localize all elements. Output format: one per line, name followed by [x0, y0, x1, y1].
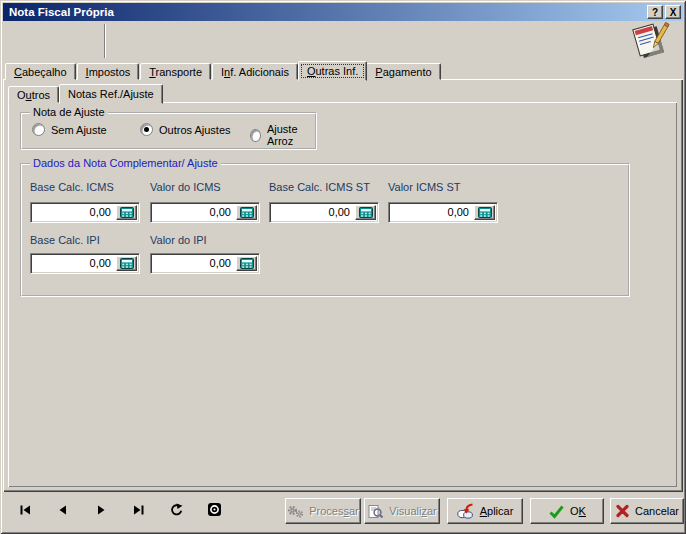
radio-ajuste-arroz[interactable]: Ajuste Arroz	[250, 123, 315, 147]
header-toolbar	[3, 21, 683, 61]
processar-button[interactable]: Processar	[285, 498, 361, 524]
tab-transporte[interactable]: Transporte	[140, 63, 211, 80]
calculator-button[interactable]	[474, 205, 495, 220]
radio-icon	[32, 123, 45, 136]
tab-outras-inf[interactable]: Outras Inf.	[298, 61, 367, 81]
base-calc-icms-input[interactable]: 0,00	[30, 202, 140, 223]
ok-button[interactable]: OK	[530, 498, 604, 524]
bottom-bar: Processar Visualizar Aplicar OK Cancelar	[3, 492, 683, 531]
nota-de-ajuste-groupbox: Nota de Ajuste Sem Ajuste Outros Ajustes…	[20, 112, 317, 150]
tab-cabecalho[interactable]: Cabeçalho	[5, 63, 76, 80]
calculator-button[interactable]	[236, 205, 257, 220]
cross-icon	[615, 504, 630, 518]
radio-sem-ajuste[interactable]: Sem Ajuste	[32, 123, 107, 136]
first-record-button[interactable]	[15, 501, 37, 521]
window-title: Nota Fiscal Própria	[9, 6, 645, 18]
base-calc-ipi-input[interactable]: 0,00	[30, 253, 140, 274]
sub-tabstrip: Outros Notas Ref./Ajuste	[8, 84, 162, 103]
field-label: Valor do ICMS	[150, 181, 221, 193]
field-value: 0,00	[151, 203, 236, 222]
tab-pagamento[interactable]: Pagamento	[366, 63, 440, 80]
tab-impostos[interactable]: Impostos	[77, 63, 140, 80]
valor-icms-input[interactable]: 0,00	[150, 202, 260, 223]
prior-record-icon	[56, 503, 70, 520]
first-record-icon	[19, 503, 33, 520]
field-value: 0,00	[389, 203, 474, 222]
radio-icon	[250, 129, 261, 142]
radio-label: Outros Ajustes	[159, 124, 231, 136]
titlebar: Nota Fiscal Própria ? X	[3, 3, 683, 21]
prior-record-button[interactable]	[52, 501, 74, 521]
tab-inf-adicionais[interactable]: Inf. Adicionais	[212, 63, 298, 80]
field-value: 0,00	[151, 254, 236, 273]
base-calc-icms-st-input[interactable]: 0,00	[269, 202, 379, 223]
calculator-button[interactable]	[116, 205, 137, 220]
aplicar-button[interactable]: Aplicar	[447, 498, 523, 524]
field-value: 0,00	[270, 203, 355, 222]
calculator-button[interactable]	[355, 205, 376, 220]
calculator-button[interactable]	[116, 256, 137, 271]
dialog-window: Nota Fiscal Própria ? X	[0, 0, 686, 534]
refresh-button[interactable]	[165, 501, 187, 521]
refresh-icon	[169, 503, 183, 520]
apply-icon	[457, 503, 475, 519]
cancelar-button[interactable]: Cancelar	[610, 498, 684, 524]
main-tabstrip: Cabeçalho Impostos Transporte Inf. Adici…	[5, 60, 442, 80]
field-label: Valor do IPI	[150, 234, 207, 246]
field-label: Base Calc. ICMS ST	[269, 181, 370, 193]
gears-icon	[287, 504, 304, 519]
valor-ipi-input[interactable]: 0,00	[150, 253, 260, 274]
check-icon	[548, 504, 565, 519]
toolbar-divider	[104, 24, 106, 58]
radio-label: Sem Ajuste	[51, 124, 107, 136]
next-record-icon	[94, 503, 108, 520]
help-button[interactable]: ?	[647, 5, 663, 19]
valor-icms-st-input[interactable]: 0,00	[388, 202, 498, 223]
field-label: Valor ICMS ST	[388, 181, 461, 193]
visualizar-button[interactable]: Visualizar	[364, 498, 440, 524]
bookmark-icon	[207, 502, 222, 520]
radio-label: Ajuste Arroz	[267, 123, 315, 147]
last-record-button[interactable]	[127, 501, 149, 521]
radio-outros-ajustes[interactable]: Outros Ajustes	[140, 123, 231, 136]
field-label: Base Calc. ICMS	[30, 181, 114, 193]
field-value: 0,00	[31, 203, 116, 222]
focus-rectangle	[301, 64, 364, 78]
subtab-notas-ref-ajuste[interactable]: Notas Ref./Ajuste	[59, 84, 163, 104]
subtab-page-notas-ref-ajuste: Nota de Ajuste Sem Ajuste Outros Ajustes…	[8, 102, 677, 487]
next-record-button[interactable]	[90, 501, 112, 521]
notepad-pencil-icon	[629, 21, 671, 61]
field-value: 0,00	[31, 254, 116, 273]
last-record-icon	[131, 503, 145, 520]
subtab-outros[interactable]: Outros	[8, 86, 59, 103]
field-label: Base Calc. IPI	[30, 234, 100, 246]
groupbox-title: Nota de Ajuste	[30, 106, 108, 118]
bookmark-button[interactable]	[203, 501, 225, 521]
close-button[interactable]: X	[665, 5, 681, 19]
groupbox-title: Dados da Nota Complementar/ Ajuste	[30, 157, 221, 169]
radio-icon	[140, 123, 153, 136]
calculator-button[interactable]	[236, 256, 257, 271]
dados-nota-complementar-groupbox: Dados da Nota Complementar/ Ajuste Base …	[20, 163, 630, 297]
preview-icon	[367, 504, 384, 519]
